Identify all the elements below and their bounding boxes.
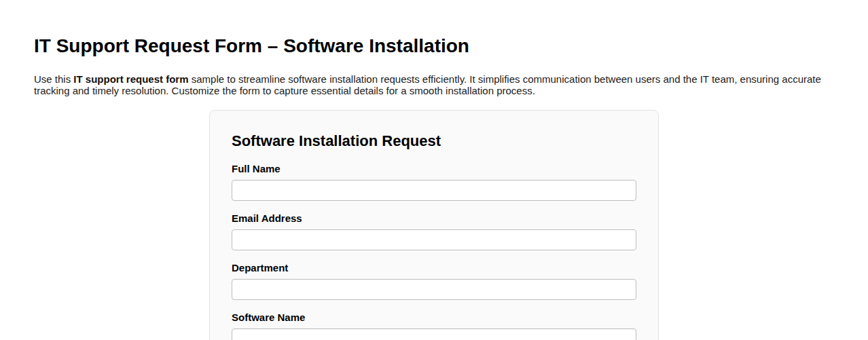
intro-text-start: Use this bbox=[34, 73, 73, 85]
field-email-address: Email Address bbox=[232, 213, 636, 250]
email-address-input[interactable] bbox=[232, 229, 636, 250]
form-card: Software Installation Request Full Name … bbox=[209, 110, 659, 340]
software-name-label: Software Name bbox=[232, 312, 636, 322]
intro-paragraph: Use this IT support request form sample … bbox=[34, 73, 834, 96]
full-name-input[interactable] bbox=[232, 180, 636, 201]
department-input[interactable] bbox=[232, 279, 636, 300]
department-label: Department bbox=[232, 263, 636, 273]
full-name-label: Full Name bbox=[232, 164, 636, 174]
page: IT Support Request Form – Software Insta… bbox=[0, 0, 868, 340]
form-heading: Software Installation Request bbox=[232, 132, 636, 150]
field-department: Department bbox=[232, 263, 636, 300]
intro-bold-text: IT support request form bbox=[73, 73, 188, 85]
page-title: IT Support Request Form – Software Insta… bbox=[34, 35, 834, 57]
email-address-label: Email Address bbox=[232, 213, 636, 223]
software-name-input[interactable] bbox=[232, 328, 636, 340]
field-full-name: Full Name bbox=[232, 164, 636, 201]
field-software-name: Software Name bbox=[232, 312, 636, 340]
